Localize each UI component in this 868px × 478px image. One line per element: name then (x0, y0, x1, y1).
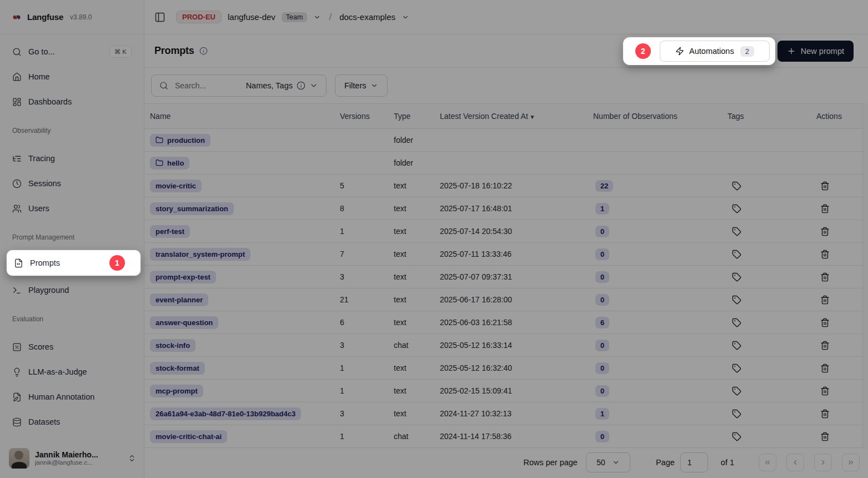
app-window: Langfuse v3.89.0 Go to... ⌘ K Home Dashb… (0, 0, 868, 478)
annotation-step-1-badge: 1 (109, 255, 125, 271)
automations-count-badge: 2 (740, 46, 754, 57)
dim-overlay (0, 0, 868, 478)
zap-icon (675, 47, 684, 56)
annotation-highlight-automations: 2 Automations 2 (623, 37, 775, 65)
file-code-icon (14, 258, 23, 268)
automations-button[interactable]: Automations 2 (660, 41, 770, 62)
automations-label: Automations (689, 47, 734, 56)
sidebar-item-label: Prompts (30, 258, 60, 267)
annotation-step-2-badge: 2 (635, 43, 651, 59)
annotation-highlight-prompts[interactable]: Prompts 1 (7, 250, 141, 276)
